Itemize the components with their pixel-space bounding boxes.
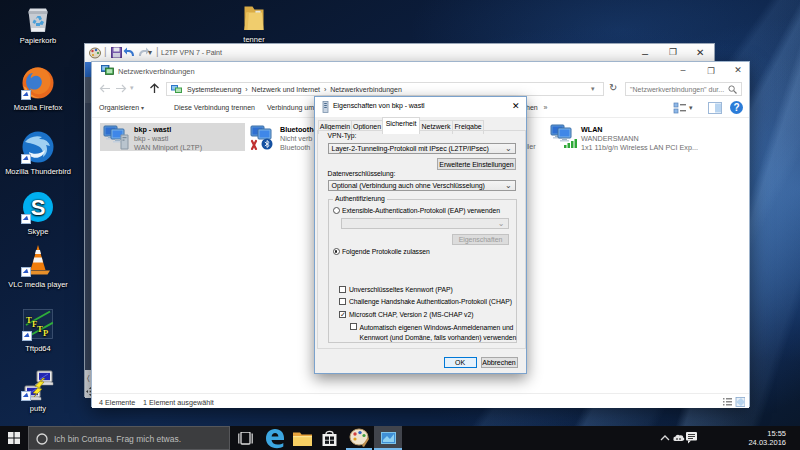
svg-text:S: S: [31, 195, 46, 220]
svg-text:P: P: [43, 328, 48, 338]
